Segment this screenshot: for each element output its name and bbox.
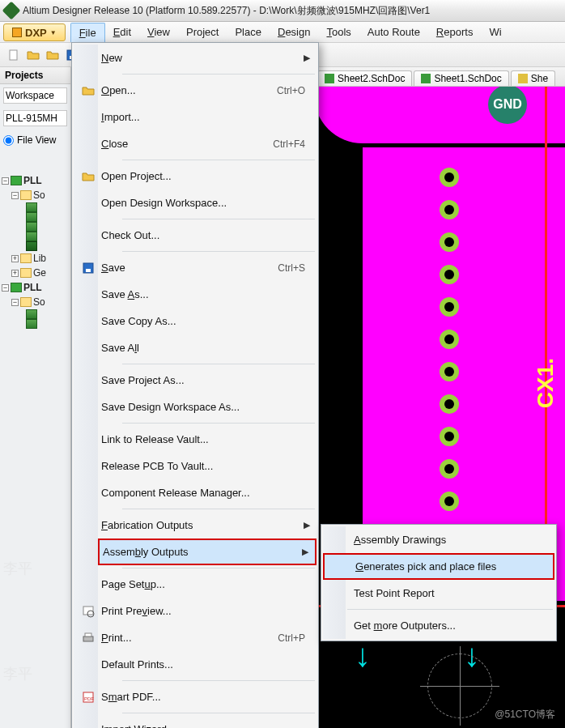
print-preview-icon <box>79 605 98 618</box>
projects-panel-title: Projects <box>0 67 70 84</box>
tool-new-icon[interactable] <box>5 46 23 64</box>
menu-default-prints[interactable]: Default Prints... <box>98 651 316 678</box>
dxp-button[interactable]: DXP ▼ <box>3 23 66 41</box>
folder-icon <box>20 268 32 278</box>
svg-rect-4 <box>86 269 91 272</box>
menu-reports[interactable]: Reports <box>428 22 482 42</box>
dropdown-arrow-icon: ▼ <box>50 29 57 36</box>
pdf-icon: PDF <box>79 691 98 704</box>
menu-view[interactable]: View <box>139 22 178 42</box>
menu-component-release-mgr[interactable]: Component Release Manager... <box>98 479 316 506</box>
menu-new[interactable]: New▶ <box>98 45 316 71</box>
folder-icon <box>20 297 32 307</box>
save-icon <box>79 262 98 275</box>
file-view-label: File View <box>17 134 56 146</box>
menu-save-workspace-as[interactable]: Save Design Workspace As... <box>98 394 316 420</box>
menu-open[interactable]: Open...Ctrl+O <box>98 77 316 104</box>
svg-text:PDF: PDF <box>84 696 94 701</box>
dxp-icon <box>12 28 22 37</box>
sheet-icon <box>26 202 37 212</box>
project-tree[interactable]: −PLL −So +Lib +Ge −PLL −So <box>0 170 70 332</box>
project-field[interactable] <box>3 110 67 126</box>
watermark: @51CTO博客 <box>495 708 555 722</box>
component-designator: CX1. <box>533 358 559 408</box>
dimension-arrow-icon: ↓ <box>355 637 371 674</box>
project-icon <box>11 176 22 185</box>
folder-icon <box>20 253 32 263</box>
open-icon <box>79 84 98 97</box>
menu-save-all[interactable]: Save All <box>98 334 316 361</box>
schdoc-icon <box>325 74 334 83</box>
sheet-icon <box>26 222 37 232</box>
lib-icon <box>26 241 37 251</box>
submenu-get-more-outputers[interactable]: Get more Outputers... <box>323 612 554 639</box>
title-bar: Altium Designer Release 10 (Platform 10.… <box>0 0 565 22</box>
menu-print-preview[interactable]: Print Preview... <box>98 598 316 624</box>
menu-import-wizard[interactable]: Import Wizard <box>98 716 316 728</box>
menu-assembly-outputs[interactable]: Assembly Outputs▶ <box>98 539 316 565</box>
menu-close[interactable]: CloseCtrl+F4 <box>98 130 316 157</box>
menu-tools[interactable]: Tools <box>318 22 359 42</box>
menu-bar: DXP ▼ File Edit View Project Place Desig… <box>0 22 565 43</box>
menu-autoroute[interactable]: Auto Route <box>359 22 428 42</box>
tool-open-icon[interactable] <box>24 46 42 64</box>
sheet-icon <box>26 319 37 329</box>
file-view-radio[interactable] <box>3 135 14 146</box>
tab-sheet3[interactable]: She <box>511 70 555 86</box>
menu-open-workspace[interactable]: Open Design Workspace... <box>98 189 316 216</box>
svg-rect-0 <box>10 50 17 60</box>
menu-smart-pdf[interactable]: PDFSmart PDF... <box>98 683 316 710</box>
submenu-generates-pick-place[interactable]: Generates pick and place files <box>323 553 554 580</box>
menu-save-project-as[interactable]: Save Project As... <box>98 367 316 394</box>
assembly-outputs-submenu: Assembly Drawings Generates pick and pla… <box>321 524 557 641</box>
sheet-icon <box>26 232 37 241</box>
menu-open-project[interactable]: Open Project... <box>98 163 316 189</box>
workspace-field[interactable] <box>3 87 67 104</box>
menu-edit[interactable]: Edit <box>105 22 139 42</box>
compass-rose-icon <box>427 653 492 718</box>
menu-save-copy-as[interactable]: Save Copy As... <box>98 308 316 334</box>
sheet-icon <box>26 309 37 319</box>
submenu-test-point-report[interactable]: Test Point Report <box>323 580 554 607</box>
menu-release-pcb-vault[interactable]: Release PCB To Vault... <box>98 453 316 479</box>
folder-icon <box>20 190 32 200</box>
svg-rect-7 <box>83 636 93 641</box>
app-icon <box>2 2 21 20</box>
menu-place[interactable]: Place <box>227 22 270 42</box>
sheet-icon <box>26 212 37 222</box>
schdoc-icon <box>518 74 528 83</box>
schdoc-icon <box>421 74 431 83</box>
print-icon <box>79 632 98 645</box>
project-icon <box>11 283 22 292</box>
tab-sheet2[interactable]: Sheet2.SchDoc <box>317 70 412 86</box>
menu-project[interactable]: Project <box>178 22 227 42</box>
menu-print[interactable]: Print...Ctrl+P <box>98 624 316 651</box>
menu-file[interactable]: File <box>70 23 105 42</box>
menu-window[interactable]: Wi <box>481 22 509 42</box>
menu-checkout[interactable]: Check Out... <box>98 222 316 249</box>
projects-panel: Projects File View −PLL −So +Lib +Ge −PL… <box>0 67 71 728</box>
menu-design[interactable]: Design <box>270 22 318 42</box>
tab-sheet1[interactable]: Sheet1.SchDoc <box>414 70 508 86</box>
tool-open2-icon[interactable] <box>44 46 62 64</box>
window-title: Altium Designer Release 10 (Platform 10.… <box>23 4 430 18</box>
open-project-icon <box>79 170 98 183</box>
dxp-label: DXP <box>25 27 47 39</box>
menu-link-vault[interactable]: Link to Release Vault... <box>98 426 316 453</box>
file-menu: New▶ Open...Ctrl+O Import... CloseCtrl+F… <box>71 42 319 728</box>
menu-fabrication-outputs[interactable]: Fabrication Outputs▶ <box>98 512 316 539</box>
svg-rect-8 <box>85 633 91 636</box>
submenu-assembly-drawings[interactable]: Assembly Drawings <box>323 526 554 553</box>
menu-import[interactable]: Import... <box>98 104 316 130</box>
menu-save-as[interactable]: Save As... <box>98 281 316 308</box>
menu-page-setup[interactable]: Page Setup... <box>98 571 316 598</box>
menu-save[interactable]: SaveCtrl+S <box>98 254 316 281</box>
